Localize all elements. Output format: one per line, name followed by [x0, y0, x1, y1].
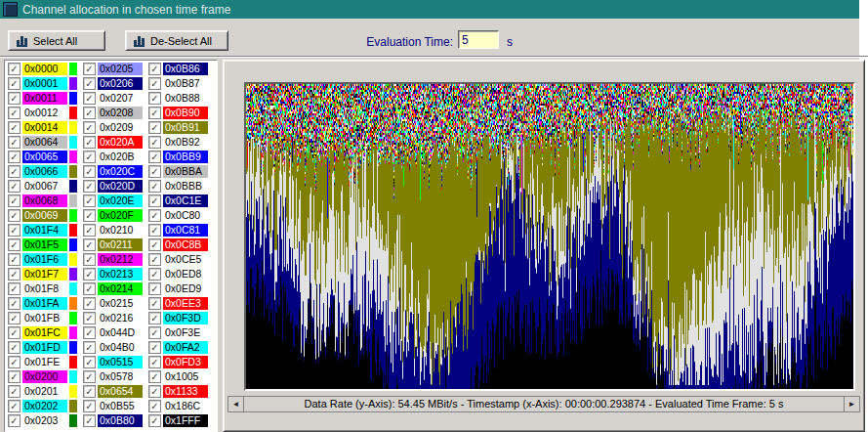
- evaluation-time-input[interactable]: [458, 30, 499, 49]
- channel-checkbox[interactable]: ✓: [83, 165, 96, 178]
- channel-checkbox[interactable]: ✓: [148, 414, 161, 427]
- select-all-button[interactable]: Select All: [8, 30, 105, 51]
- channel-row: ✓0x0213: [83, 267, 155, 281]
- channel-checkbox[interactable]: ✓: [83, 92, 96, 105]
- channel-label: 0x0B91: [163, 121, 208, 134]
- channel-checkbox[interactable]: ✓: [83, 121, 96, 134]
- channel-checkbox[interactable]: ✓: [8, 238, 21, 251]
- channel-checkbox[interactable]: ✓: [8, 312, 21, 324]
- channel-checkbox[interactable]: ✓: [148, 194, 161, 207]
- channel-checkbox[interactable]: ✓: [148, 312, 161, 324]
- channel-checkbox[interactable]: ✓: [83, 136, 96, 149]
- channel-checkbox[interactable]: ✓: [8, 77, 21, 90]
- scroll-right-icon[interactable]: ►: [844, 397, 859, 411]
- channel-checkbox[interactable]: ✓: [148, 180, 161, 193]
- deselect-all-button[interactable]: De-Select All: [125, 30, 228, 51]
- channel-color-swatch: [69, 414, 77, 427]
- channel-checkbox[interactable]: ✓: [83, 312, 96, 324]
- channel-checkbox[interactable]: ✓: [8, 385, 21, 398]
- channel-checkbox[interactable]: ✓: [83, 356, 96, 368]
- channel-checkbox[interactable]: ✓: [8, 297, 21, 310]
- channel-checkbox[interactable]: ✓: [83, 326, 96, 339]
- channel-checkbox[interactable]: ✓: [148, 268, 161, 281]
- channel-row: ✓0x0ED9: [148, 281, 218, 296]
- channel-label: 0x01FD: [22, 341, 67, 354]
- channel-checkbox[interactable]: ✓: [8, 414, 21, 427]
- channel-row: ✓0x01F5: [8, 238, 80, 252]
- channel-label: 0x0014: [22, 121, 67, 134]
- channel-label: 0x0B80: [98, 414, 143, 427]
- channel-checkbox[interactable]: ✓: [83, 400, 96, 412]
- channel-checkbox[interactable]: ✓: [148, 356, 161, 368]
- channel-checkbox[interactable]: ✓: [83, 209, 96, 222]
- channel-checkbox[interactable]: ✓: [8, 180, 21, 193]
- channel-checkbox[interactable]: ✓: [148, 326, 161, 339]
- channel-checkbox[interactable]: ✓: [148, 107, 161, 119]
- channel-checkbox[interactable]: ✓: [148, 400, 161, 412]
- channel-checkbox[interactable]: ✓: [148, 151, 161, 163]
- channel-checkbox[interactable]: ✓: [83, 77, 96, 90]
- channel-checkbox[interactable]: ✓: [148, 224, 161, 237]
- channel-checkbox[interactable]: ✓: [8, 121, 21, 134]
- channel-checkbox[interactable]: ✓: [8, 282, 21, 295]
- channel-checkbox[interactable]: ✓: [148, 121, 161, 134]
- channel-row: ✓0x0FA2: [148, 340, 218, 355]
- channel-checkbox[interactable]: ✓: [148, 238, 161, 251]
- channel-checkbox[interactable]: ✓: [83, 385, 96, 398]
- channel-checkbox[interactable]: ✓: [148, 253, 161, 266]
- channel-checkbox[interactable]: ✓: [8, 341, 21, 354]
- channel-checkbox[interactable]: ✓: [83, 282, 96, 295]
- channel-checkbox[interactable]: ✓: [8, 63, 21, 75]
- channel-checkbox[interactable]: ✓: [8, 356, 21, 368]
- channel-color-swatch: [69, 224, 77, 237]
- channel-row: ✓0x0201: [8, 384, 80, 399]
- channel-checkbox[interactable]: ✓: [8, 268, 21, 281]
- channel-checkbox[interactable]: ✓: [8, 370, 21, 383]
- scroll-left-icon[interactable]: ◄: [228, 397, 244, 411]
- channel-color-swatch: [69, 151, 77, 163]
- channel-label: 0x01F4: [22, 224, 67, 237]
- channel-checkbox[interactable]: ✓: [83, 297, 96, 310]
- channel-checkbox[interactable]: ✓: [83, 268, 96, 281]
- channel-checkbox[interactable]: ✓: [83, 253, 96, 266]
- channel-row: ✓0x01F7: [8, 267, 80, 281]
- channel-checkbox[interactable]: ✓: [8, 253, 21, 266]
- channel-checkbox[interactable]: ✓: [83, 180, 96, 193]
- channel-checkbox[interactable]: ✓: [148, 297, 161, 310]
- channel-checkbox[interactable]: ✓: [8, 107, 21, 119]
- channel-checkbox[interactable]: ✓: [148, 385, 161, 398]
- channel-checkbox[interactable]: ✓: [83, 341, 96, 354]
- channel-checkbox[interactable]: ✓: [83, 238, 96, 251]
- channel-checkbox[interactable]: ✓: [148, 77, 161, 90]
- channel-checkbox[interactable]: ✓: [148, 136, 161, 149]
- deselect-all-icon: [134, 34, 145, 47]
- channel-checkbox[interactable]: ✓: [83, 63, 96, 75]
- channel-checkbox[interactable]: ✓: [8, 151, 21, 163]
- channel-checkbox[interactable]: ✓: [8, 400, 21, 412]
- channel-checkbox[interactable]: ✓: [83, 414, 96, 427]
- channel-checkbox[interactable]: ✓: [83, 224, 96, 237]
- channel-checkbox[interactable]: ✓: [8, 209, 21, 222]
- channel-checkbox[interactable]: ✓: [148, 282, 161, 295]
- channel-checkbox[interactable]: ✓: [83, 151, 96, 163]
- channel-checkbox[interactable]: ✓: [83, 107, 96, 119]
- channel-row: ✓0x0214: [83, 281, 155, 296]
- channel-checkbox[interactable]: ✓: [83, 370, 96, 383]
- channel-checkbox[interactable]: ✓: [8, 165, 21, 178]
- channel-checkbox[interactable]: ✓: [148, 341, 161, 354]
- channel-checkbox[interactable]: ✓: [148, 165, 161, 178]
- channel-checkbox[interactable]: ✓: [8, 194, 21, 207]
- channel-checkbox[interactable]: ✓: [148, 92, 161, 105]
- channel-checkbox[interactable]: ✓: [8, 326, 21, 339]
- channel-checkbox[interactable]: ✓: [148, 209, 161, 222]
- channel-checkbox[interactable]: ✓: [8, 224, 21, 237]
- channel-label: 0x0066: [22, 165, 67, 178]
- channel-label: 0x0ED8: [163, 268, 208, 281]
- channel-label: 0x0C8B: [163, 238, 208, 251]
- channel-checkbox[interactable]: ✓: [8, 92, 21, 105]
- channel-label: 0x0FD3: [163, 356, 208, 368]
- channel-checkbox[interactable]: ✓: [148, 370, 161, 383]
- channel-checkbox[interactable]: ✓: [8, 136, 21, 149]
- channel-checkbox[interactable]: ✓: [83, 194, 96, 207]
- channel-checkbox[interactable]: ✓: [148, 63, 161, 75]
